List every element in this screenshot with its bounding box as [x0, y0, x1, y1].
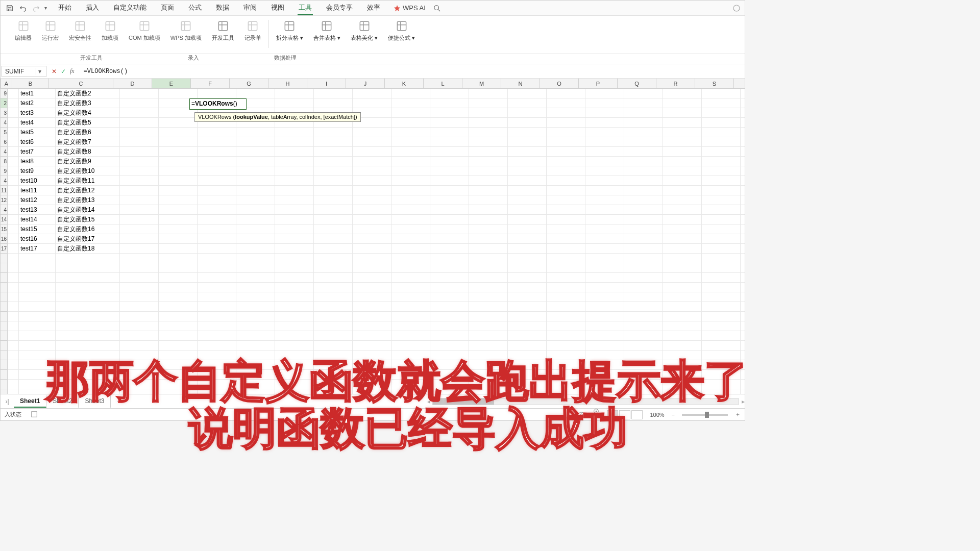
cell[interactable]: [275, 360, 314, 370]
cell[interactable]: [391, 147, 430, 157]
cell[interactable]: [508, 302, 547, 312]
cell[interactable]: [430, 157, 469, 166]
undo-icon[interactable]: [18, 3, 28, 13]
cell[interactable]: [8, 389, 19, 394]
cell[interactable]: [508, 350, 547, 360]
cell[interactable]: [508, 283, 547, 292]
col-header-C[interactable]: C: [49, 79, 113, 88]
cell[interactable]: [663, 234, 702, 244]
cell[interactable]: [236, 147, 275, 157]
cell[interactable]: [314, 321, 353, 331]
cell[interactable]: [624, 128, 663, 137]
cell[interactable]: [430, 176, 469, 186]
cell[interactable]: [159, 234, 198, 244]
menu-item-6[interactable]: 审阅: [242, 1, 258, 15]
cell[interactable]: [702, 157, 741, 166]
cell[interactable]: [19, 380, 56, 389]
cell[interactable]: [741, 341, 745, 350]
cell[interactable]: 自定义函数8: [56, 147, 120, 157]
cell[interactable]: [120, 380, 159, 389]
cell[interactable]: [702, 186, 741, 195]
cell[interactable]: [198, 321, 236, 331]
ribbon-btn-记录单[interactable]: 记录单: [239, 19, 266, 42]
cell[interactable]: [236, 263, 275, 273]
cell[interactable]: [702, 263, 741, 273]
cell[interactable]: [547, 98, 585, 108]
cell[interactable]: [8, 312, 19, 321]
cell[interactable]: [741, 157, 745, 166]
cell[interactable]: [585, 147, 624, 157]
cell[interactable]: [585, 195, 624, 205]
cell[interactable]: [741, 195, 745, 205]
cell[interactable]: [353, 224, 391, 234]
cell[interactable]: [56, 370, 120, 380]
cell[interactable]: [56, 254, 120, 263]
cell[interactable]: [120, 234, 159, 244]
cell[interactable]: [198, 370, 236, 380]
cell[interactable]: [741, 283, 745, 292]
ribbon-btn-便捷公式[interactable]: 便捷公式 ▾: [383, 19, 420, 42]
cell[interactable]: [275, 195, 314, 205]
cell[interactable]: [56, 321, 120, 331]
menu-item-9[interactable]: 会员专享: [325, 1, 354, 15]
cell[interactable]: [391, 89, 430, 98]
cell[interactable]: [585, 89, 624, 98]
cell[interactable]: [120, 195, 159, 205]
cell[interactable]: [741, 273, 745, 283]
cell[interactable]: [8, 234, 19, 244]
cell[interactable]: [314, 176, 353, 186]
menu-item-5[interactable]: 数据: [215, 1, 230, 15]
cell[interactable]: [508, 215, 547, 224]
cell[interactable]: [314, 370, 353, 380]
sheet-tab-Sheet1[interactable]: Sheet1: [14, 395, 46, 408]
cell[interactable]: [585, 234, 624, 244]
col-header-T[interactable]: T: [734, 79, 745, 88]
row-header[interactable]: [1, 254, 8, 263]
cell[interactable]: [120, 118, 159, 128]
cell[interactable]: [353, 157, 391, 166]
cell[interactable]: [56, 350, 120, 360]
spreadsheet-grid[interactable]: ABCDEFGHIJKLMNOPQRSTUVWX 9test1自定义函数22te…: [1, 79, 745, 394]
cell[interactable]: [391, 321, 430, 331]
ribbon-btn-加载项[interactable]: 加载项: [96, 19, 124, 42]
cell[interactable]: [585, 331, 624, 341]
row-header[interactable]: [1, 283, 8, 292]
cell[interactable]: [56, 273, 120, 283]
cell[interactable]: [391, 98, 430, 108]
cell[interactable]: [8, 157, 19, 166]
ribbon-btn-WPS 加载项[interactable]: WPS 加载项: [165, 19, 207, 42]
cell[interactable]: [353, 389, 391, 394]
cell[interactable]: [391, 331, 430, 341]
cell[interactable]: [314, 98, 353, 108]
cell[interactable]: [8, 205, 19, 215]
col-header-A[interactable]: A: [1, 79, 12, 88]
col-header-F[interactable]: F: [191, 79, 230, 88]
zoom-out-button[interactable]: −: [672, 412, 675, 418]
redo-icon[interactable]: [31, 3, 41, 13]
cell[interactable]: [159, 118, 198, 128]
cell[interactable]: [8, 283, 19, 292]
cell[interactable]: [391, 380, 430, 389]
row-header[interactable]: 9: [1, 89, 8, 98]
cell[interactable]: [19, 331, 56, 341]
row-header[interactable]: 8: [1, 157, 8, 166]
cell[interactable]: [120, 254, 159, 263]
cell[interactable]: [19, 341, 56, 350]
cell[interactable]: [508, 312, 547, 321]
cell[interactable]: [741, 89, 745, 98]
cell[interactable]: [508, 292, 547, 302]
cell[interactable]: [8, 370, 19, 380]
cell[interactable]: [430, 312, 469, 321]
cell[interactable]: [547, 380, 585, 389]
row-header[interactable]: [1, 331, 8, 341]
cell[interactable]: [547, 263, 585, 273]
cell[interactable]: [469, 157, 508, 166]
cell[interactable]: [159, 380, 198, 389]
view-break-button[interactable]: [631, 410, 643, 419]
cell[interactable]: [198, 186, 236, 195]
cell[interactable]: [430, 321, 469, 331]
cell[interactable]: [275, 380, 314, 389]
cell[interactable]: [353, 302, 391, 312]
cell[interactable]: [120, 205, 159, 215]
cell[interactable]: [275, 312, 314, 321]
